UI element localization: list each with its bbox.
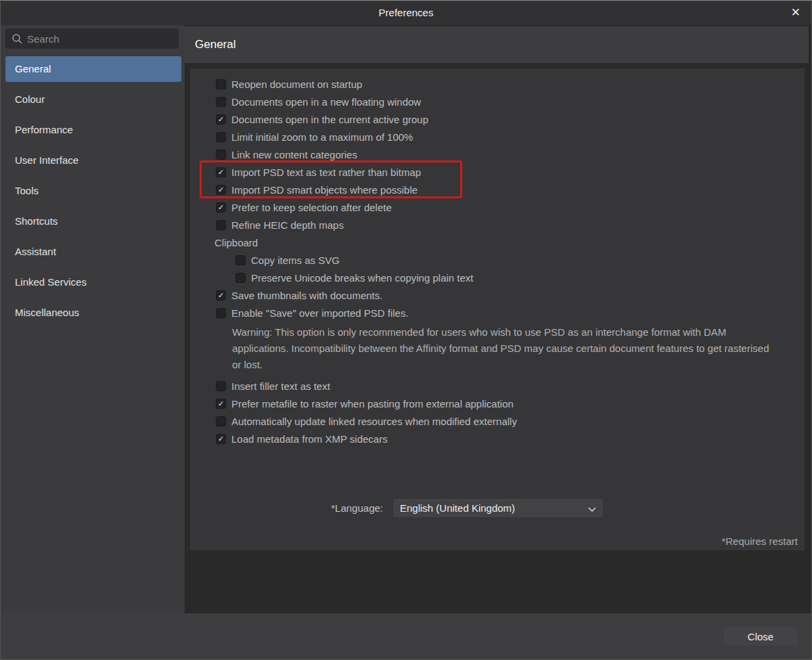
close-button[interactable]: Close xyxy=(724,627,797,646)
sidebar-item-user-interface[interactable]: User Interface xyxy=(5,148,181,173)
option-label: Import PSD text as text rather than bitm… xyxy=(231,167,421,178)
section-label: Clipboard xyxy=(215,237,258,248)
option-label: Preserve Unicode breaks when copying pla… xyxy=(251,272,474,284)
option-row[interactable]: Limit initial zoom to a maximum of 100% xyxy=(190,128,805,146)
window-title: Preferences xyxy=(1,1,811,25)
checkbox[interactable] xyxy=(216,220,226,230)
page-header: General xyxy=(185,26,809,63)
sidebar-item-performance[interactable]: Performance xyxy=(5,117,181,143)
checkbox[interactable]: ✓ xyxy=(216,290,226,301)
option-row[interactable]: ✓ Import PSD text as text rather than bi… xyxy=(190,163,805,181)
option-label: Link new content categories xyxy=(231,149,357,160)
option-row[interactable]: ✓ Load metadata from XMP sidecars xyxy=(190,430,805,447)
checkbox[interactable]: ✓ xyxy=(216,114,226,125)
checkbox[interactable]: ✓ xyxy=(216,202,226,213)
option-label: Save thumbnails with documents. xyxy=(231,290,382,301)
option-row[interactable]: Insert filler text as text xyxy=(190,377,805,395)
sidebar-item-miscellaneous[interactable]: Miscellaneous xyxy=(5,300,181,326)
option-row[interactable]: Preserve Unicode breaks when copying pla… xyxy=(190,269,805,286)
sidebar-item-general[interactable]: General xyxy=(5,56,181,82)
bottom-bar: Close xyxy=(1,613,811,659)
language-row: *Language: English (United Kingdom) xyxy=(190,499,805,517)
content-pane: General Reopen document on startup Docum… xyxy=(185,25,811,613)
page-title: General xyxy=(185,26,809,63)
option-label: Documents open in a new floating window xyxy=(231,96,421,108)
checkbox[interactable]: ✓ xyxy=(216,399,226,409)
option-label: Copy items as SVG xyxy=(251,255,340,266)
checkbox[interactable] xyxy=(216,150,226,160)
sidebar: General Colour Performance User Interfac… xyxy=(1,25,185,613)
checkbox[interactable] xyxy=(216,132,226,142)
option-label: Refine HEIC depth maps xyxy=(231,219,344,231)
option-label: Prefer to keep selection after delete xyxy=(231,202,392,213)
option-row[interactable]: Link new content categories xyxy=(190,146,805,163)
option-row[interactable]: Documents open in a new floating window xyxy=(190,93,805,110)
option-row[interactable]: Automatically update linked resources wh… xyxy=(190,412,805,430)
option-label: Automatically update linked resources wh… xyxy=(231,416,517,427)
checkbox[interactable] xyxy=(235,255,246,265)
sidebar-item-shortcuts[interactable]: Shortcuts xyxy=(5,208,181,234)
search-input[interactable] xyxy=(5,28,179,49)
checkbox[interactable]: ✓ xyxy=(216,167,226,177)
option-row[interactable]: Reopen document on startup xyxy=(190,75,805,93)
option-label: Insert filler text as text xyxy=(231,380,330,392)
checkbox[interactable] xyxy=(216,416,226,426)
options-panel: Reopen document on startup Documents ope… xyxy=(190,68,805,550)
option-row[interactable]: ✓ Import PSD smart objects where possibl… xyxy=(190,181,805,198)
option-row[interactable]: ✓ Prefer to keep selection after delete xyxy=(190,198,805,216)
option-row[interactable]: Refine HEIC depth maps xyxy=(190,216,805,234)
option-label: Documents open in the current active gro… xyxy=(231,114,428,125)
option-row[interactable]: Enable "Save" over imported PSD files. xyxy=(190,304,805,322)
option-label: Prefer metafile to raster when pasting f… xyxy=(231,398,514,410)
sidebar-item-colour[interactable]: Colour xyxy=(5,87,181,112)
search-box xyxy=(5,28,179,49)
language-select[interactable]: English (United Kingdom) xyxy=(393,499,603,517)
option-label: Limit initial zoom to a maximum of 100% xyxy=(231,131,413,143)
checkbox[interactable]: ✓ xyxy=(216,185,226,195)
sidebar-item-assistant[interactable]: Assistant xyxy=(5,239,181,265)
title-bar: Preferences ✕ xyxy=(1,1,811,25)
option-row[interactable]: ✓ Documents open in the current active g… xyxy=(190,110,805,128)
option-row[interactable]: ✓ Prefer metafile to raster when pasting… xyxy=(190,395,805,412)
chevron-down-icon xyxy=(588,503,596,515)
option-label: Reopen document on startup xyxy=(231,79,362,90)
language-selected-value: English (United Kingdom) xyxy=(400,502,588,514)
requires-restart-note: *Requires restart xyxy=(721,535,798,547)
preferences-dialog: Preferences ✕ General Colour Performance… xyxy=(0,0,812,660)
checkbox[interactable] xyxy=(216,308,226,318)
option-label: Import PSD smart objects where possible xyxy=(231,184,418,196)
checkbox[interactable] xyxy=(235,273,246,283)
option-label: Enable "Save" over imported PSD files. xyxy=(231,307,409,319)
clipboard-section-label: Clipboard xyxy=(190,234,805,251)
checkbox[interactable] xyxy=(216,97,226,107)
sidebar-item-tools[interactable]: Tools xyxy=(5,178,181,204)
checkbox[interactable] xyxy=(216,79,226,89)
language-label: *Language: xyxy=(190,502,383,514)
option-row[interactable]: ✓ Save thumbnails with documents. xyxy=(190,286,805,304)
psd-warning-text: Warning: This option is only recommended… xyxy=(232,324,773,373)
option-row[interactable]: Copy items as SVG xyxy=(190,251,805,269)
checkbox[interactable] xyxy=(216,381,226,391)
checkbox[interactable]: ✓ xyxy=(216,434,226,444)
option-label: Load metadata from XMP sidecars xyxy=(231,433,388,445)
sidebar-item-linked-services[interactable]: Linked Services xyxy=(5,269,181,295)
close-icon[interactable]: ✕ xyxy=(788,1,803,25)
